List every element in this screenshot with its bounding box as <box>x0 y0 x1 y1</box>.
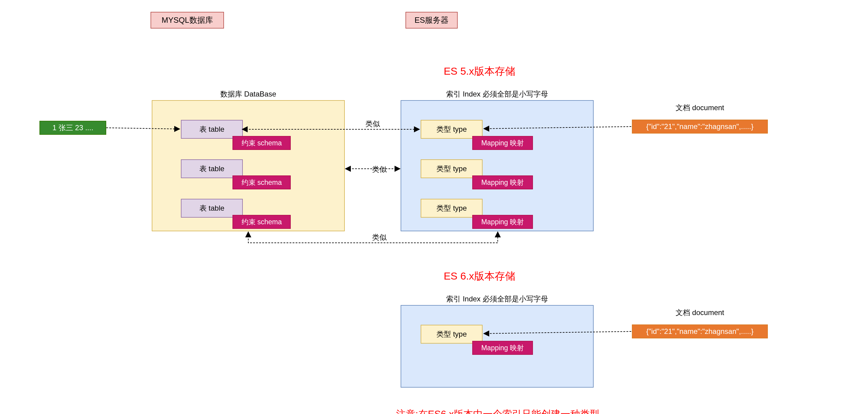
mapping-box-2: Mapping 映射 <box>472 176 533 189</box>
document-label-es6: 文档 document <box>632 307 768 319</box>
schema-box-1: 约束 schema <box>232 136 291 150</box>
similar-label-1: 类似 <box>354 118 391 130</box>
index-label-es5: 索引 Index 必须全部是小写字母 <box>401 88 594 100</box>
es-header: ES服务器 <box>405 12 458 29</box>
mapping-box-es6: Mapping 映射 <box>472 341 533 355</box>
es5-title: ES 5.x版本存储 <box>434 64 525 79</box>
similar-label-3: 类似 <box>361 231 398 244</box>
schema-box-3: 约束 schema <box>232 215 291 229</box>
similar-label-2: 类似 <box>361 163 398 176</box>
document-label-es5: 文档 document <box>632 102 768 114</box>
mapping-box-1: Mapping 映射 <box>472 136 533 150</box>
mapping-box-3: Mapping 映射 <box>472 215 533 229</box>
schema-box-2: 约束 schema <box>232 176 291 189</box>
doc-box-es6: {"id":"21","name":"zhagnsan",.....} <box>632 324 768 339</box>
note-title: 注意:在ES6.x版本中一个索引只能创建一种类型 <box>379 407 616 414</box>
row-box: 1 张三 23 .... <box>39 121 106 135</box>
doc-box-es5: {"id":"21","name":"zhagnsan",.....} <box>632 120 768 133</box>
es6-title: ES 6.x版本存储 <box>434 268 525 284</box>
index-label-es6: 索引 Index 必须全部是小写字母 <box>401 293 594 305</box>
database-label: 数据库 DataBase <box>152 88 345 100</box>
mysql-header: MYSQL数据库 <box>151 12 224 29</box>
